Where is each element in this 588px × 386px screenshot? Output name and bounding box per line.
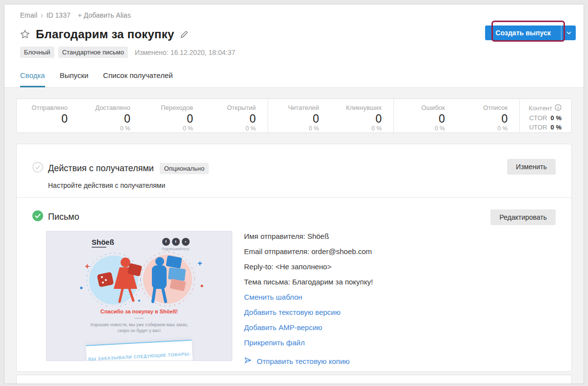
brand-logo: Shöeß (92, 238, 114, 246)
add-text-version-link[interactable]: Добавить текстовую версию (244, 308, 373, 316)
breadcrumb-separator: › (41, 11, 43, 19)
sender-email: Email отправителя: order@shoeb.com (244, 247, 373, 256)
letter-details: Имя отправителя: Shöeß Email отправителя… (244, 231, 373, 365)
stats-content-block: Контент CTOR0 % UTOR0 % (520, 99, 571, 132)
send-icon (244, 357, 252, 365)
email-preview-thumbnail: Shöeß f t • Подписывайтесь! (46, 231, 232, 361)
create-release-button[interactable]: Создать выпуск (485, 26, 576, 40)
add-amp-version-link[interactable]: Добавить AMP-версию (244, 323, 373, 332)
stat-opens: Открытий 0 0 % (205, 99, 268, 132)
page-title: Благодарим за покупку (36, 27, 174, 41)
preview-panel-text: ВЫ ЗАКАЗЫВАЛИ СЛЕДУЮЩИЕ ТОВАРЫ: (87, 351, 193, 361)
app-window: Email › ID 1337 + Добавить Alias Благода… (4, 4, 584, 384)
edit-pencil-icon[interactable] (180, 30, 188, 38)
attach-file-link[interactable]: Прикрепить файл (244, 338, 373, 347)
brand-logo-tagline (92, 247, 106, 248)
content-area: Отправлено 0 Доставлено 0 0 % Переходов … (4, 88, 584, 384)
twitter-icon: t (172, 238, 180, 246)
tab-releases[interactable]: Выпуски (60, 71, 89, 87)
change-actions-button[interactable]: Изменить (507, 159, 556, 175)
check-circle-green-icon (32, 210, 43, 223)
subscribe-caption: Подписывайтесь! (162, 247, 190, 251)
optional-badge: Опционально (160, 163, 209, 174)
stats-group-errors: Ошибок 0 0 % Отписок 0 0 % (394, 99, 520, 132)
stat-clickers: Кликнувших 0 0 % (331, 99, 393, 132)
content-stats-label: Контент (529, 104, 552, 112)
page-header: Email › ID 1337 + Добавить Alias Благода… (4, 4, 584, 88)
next-section-card (16, 375, 572, 384)
stat-sent: Отправлено 0 (17, 99, 79, 132)
tab-recipients[interactable]: Список получателей (103, 71, 172, 87)
tab-bar: Сводка Выпуски Список получателей (20, 71, 572, 87)
subject: Тема письма: Благодарим за покупку! (244, 278, 373, 286)
utor-label: UTOR (529, 124, 547, 131)
info-icon[interactable] (555, 104, 562, 112)
utor-value: 0 % (551, 124, 562, 131)
preview-products-panel: ВЫ ЗАКАЗЫВАЛИ СЛЕДУЮЩИЕ ТОВАРЫ: (86, 339, 193, 361)
preview-divider (135, 318, 144, 319)
stat-readers: Читателей 0 0 % (268, 99, 331, 132)
section-letter: Письмо Редактировать Shöeß (17, 197, 571, 371)
section-recipient-actions: Действия с получателями Опционально Наст… (17, 144, 571, 197)
stats-group-readers: Читателей 0 0 % Кликнувших 0 0 % (268, 99, 394, 132)
email-illustration (51, 252, 227, 307)
stat-errors: Ошибок 0 0 % (394, 99, 457, 132)
section-title-letter: Письмо (48, 212, 79, 222)
preview-note-line2: скоро он будет у вас! (47, 328, 232, 334)
stat-unsubscribes: Отписок 0 0 % (457, 99, 519, 132)
breadcrumb-id: ID 1337 (47, 11, 71, 19)
add-alias-link[interactable]: + Добавить Alias (78, 11, 131, 19)
preview-note-line1: Хорошие новости, мы уже собираем ваш зак… (47, 322, 232, 328)
breadcrumb-email[interactable]: Email (20, 11, 37, 19)
create-release-label[interactable]: Создать выпуск (485, 26, 561, 40)
preview-heading: Спасибо за покупку в Shöeß! (47, 309, 232, 314)
stats-bar: Отправлено 0 Доставлено 0 0 % Переходов … (16, 99, 572, 133)
edit-letter-button[interactable]: Редактировать (490, 209, 556, 225)
sender-name: Имя отправителя: Shöeß (244, 232, 373, 240)
stat-clicks: Переходов 0 0 % (142, 99, 205, 132)
chevron-down-icon[interactable] (561, 26, 576, 40)
star-icon[interactable] (20, 29, 30, 39)
facebook-icon: f (162, 238, 170, 246)
tab-summary[interactable]: Сводка (20, 71, 45, 87)
campaign-card: Действия с получателями Опционально Наст… (16, 144, 572, 372)
badge-block-type: Блочный (20, 47, 54, 58)
section-title-recipient-actions: Действия с получателями (48, 163, 154, 174)
section-subtitle: Настройте действия с получателями (48, 181, 556, 189)
change-template-link[interactable]: Сменить шаблон (244, 293, 373, 301)
ctor-label: CTOR (529, 114, 547, 122)
stats-group-delivery: Отправлено 0 Доставлено 0 0 % Переходов … (17, 99, 268, 132)
ctor-value: 0 % (551, 114, 562, 122)
check-circle-gray-icon (32, 162, 43, 175)
badge-letter-kind: Стандартное письмо (58, 47, 128, 58)
modified-timestamp: Изменено: 16.12.2020, 18:04:37 (135, 49, 235, 56)
breadcrumb: Email › ID 1337 + Добавить Alias (20, 11, 572, 19)
reply-to: Reply-to: <Не заполнено> (244, 262, 373, 271)
stat-delivered: Доставлено 0 0 % (79, 99, 142, 132)
send-test-copy-link[interactable]: Отправить тестовую копию (244, 357, 373, 365)
social-icon: • (182, 238, 190, 246)
